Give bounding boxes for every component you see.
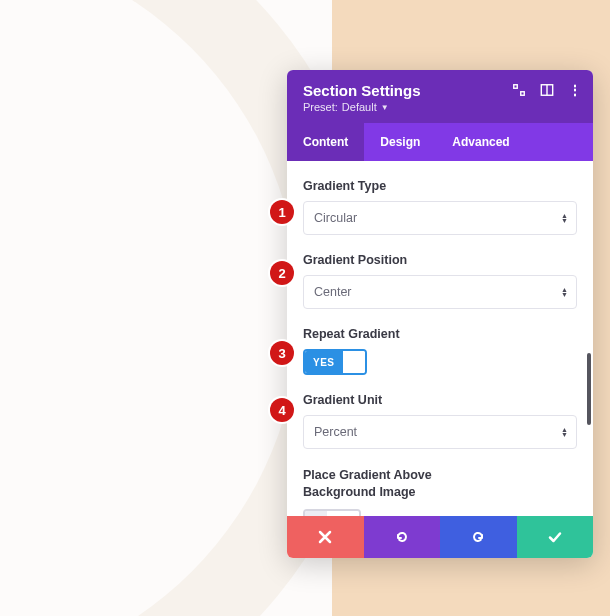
redo-button[interactable] xyxy=(440,516,517,558)
gradient-unit-value: Percent xyxy=(314,425,357,439)
gradient-type-select[interactable]: Circular ▲▼ xyxy=(303,201,577,235)
place-above-label: Place Gradient Above Background Image xyxy=(303,467,463,501)
gradient-type-value: Circular xyxy=(314,211,357,225)
undo-button[interactable] xyxy=(364,516,441,558)
tab-advanced[interactable]: Advanced xyxy=(436,123,525,161)
columns-icon[interactable] xyxy=(539,82,555,98)
gradient-unit-label: Gradient Unit xyxy=(303,393,577,407)
tab-content[interactable]: Content xyxy=(287,123,364,161)
panel-header[interactable]: Section Settings Preset: Default ▼ ⋮ xyxy=(287,70,593,123)
expand-icon[interactable] xyxy=(511,82,527,98)
svg-rect-0 xyxy=(514,85,518,89)
gradient-position-select[interactable]: Center ▲▼ xyxy=(303,275,577,309)
settings-panel: Section Settings Preset: Default ▼ ⋮ Con… xyxy=(287,70,593,558)
callout-4: 4 xyxy=(270,398,294,422)
preset-label: Preset: xyxy=(303,101,338,113)
updown-icon: ▲▼ xyxy=(561,213,568,223)
place-above-toggle[interactable]: NO xyxy=(303,509,361,516)
preset-selector[interactable]: Preset: Default ▼ xyxy=(303,101,577,113)
background-left xyxy=(0,0,332,616)
panel-body[interactable]: Gradient Type Circular ▲▼ Gradient Posit… xyxy=(287,161,593,516)
preset-value: Default xyxy=(342,101,377,113)
toggle-knob xyxy=(343,351,365,373)
repeat-gradient-label: Repeat Gradient xyxy=(303,327,577,341)
callout-1: 1 xyxy=(270,200,294,224)
updown-icon: ▲▼ xyxy=(561,427,568,437)
cancel-button[interactable] xyxy=(287,516,364,558)
tab-design[interactable]: Design xyxy=(364,123,436,161)
more-icon[interactable]: ⋮ xyxy=(567,82,583,98)
svg-rect-1 xyxy=(521,92,525,96)
callout-3: 3 xyxy=(270,341,294,365)
tabs: Content Design Advanced xyxy=(287,123,593,161)
panel-footer xyxy=(287,516,593,558)
callout-2: 2 xyxy=(270,261,294,285)
repeat-gradient-toggle[interactable]: YES xyxy=(303,349,367,375)
scrollbar-thumb[interactable] xyxy=(587,353,591,425)
updown-icon: ▲▼ xyxy=(561,287,568,297)
toggle-on-label: YES xyxy=(305,351,343,373)
caret-down-icon: ▼ xyxy=(381,103,389,112)
gradient-position-label: Gradient Position xyxy=(303,253,577,267)
gradient-unit-select[interactable]: Percent ▲▼ xyxy=(303,415,577,449)
save-button[interactable] xyxy=(517,516,594,558)
gradient-position-value: Center xyxy=(314,285,352,299)
gradient-type-label: Gradient Type xyxy=(303,179,577,193)
